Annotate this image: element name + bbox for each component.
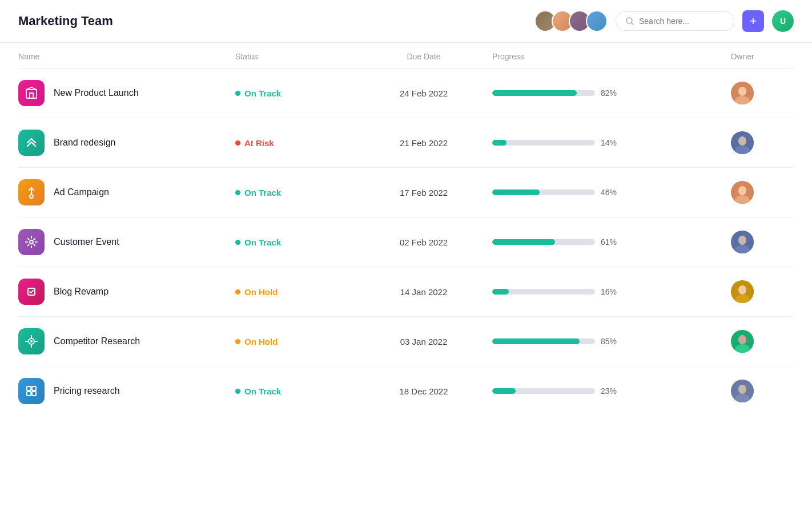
project-icon-inner xyxy=(18,80,45,106)
progress-cell: 23% xyxy=(487,386,691,396)
col-header-duedate: Due Date xyxy=(361,52,487,61)
svg-point-9 xyxy=(739,138,746,144)
project-name-cell: Customer Event xyxy=(18,229,235,255)
table-row[interactable]: Competitor Research On Hold 03 Jan 2022 … xyxy=(18,317,794,366)
team-avatar-4[interactable] xyxy=(586,10,608,32)
svg-point-5 xyxy=(739,88,746,95)
status-dot xyxy=(235,389,240,394)
owner-avatar[interactable] xyxy=(731,380,754,402)
table-row[interactable]: Pricing research On Track 18 Dec 2022 23… xyxy=(18,366,794,416)
status-cell: On Track xyxy=(235,386,361,396)
progress-percent: 16% xyxy=(601,287,621,296)
owner-cell xyxy=(691,380,794,402)
project-icon-inner xyxy=(18,229,45,255)
progress-bar-fill xyxy=(492,289,509,295)
status-label: On Hold xyxy=(244,337,278,346)
projects-table: Name Status Due Date Progress Owner New … xyxy=(0,43,812,416)
progress-cell: 61% xyxy=(487,237,691,247)
status-dot xyxy=(235,190,240,195)
owner-avatar[interactable] xyxy=(731,82,754,104)
progress-bar-fill xyxy=(492,190,540,195)
owner-avatar[interactable] xyxy=(731,181,754,204)
progress-percent: 85% xyxy=(601,337,621,346)
search-box xyxy=(616,11,734,31)
status-cell: On Track xyxy=(235,88,361,98)
duedate-cell: 18 Dec 2022 xyxy=(361,386,487,396)
table-body: New Product Launch On Track 24 Feb 2022 … xyxy=(18,68,794,416)
svg-point-20 xyxy=(739,237,746,244)
search-input[interactable] xyxy=(639,17,725,26)
project-icon-inner xyxy=(18,179,45,205)
progress-bar-bg xyxy=(492,140,595,146)
header-right: + U xyxy=(534,10,794,32)
duedate-cell: 17 Feb 2022 xyxy=(361,188,487,197)
status-dot xyxy=(235,289,240,295)
owner-avatar[interactable] xyxy=(731,280,754,303)
svg-rect-33 xyxy=(32,386,36,390)
progress-bar-fill xyxy=(492,140,507,146)
add-button[interactable]: + xyxy=(742,10,764,32)
status-cell: On Track xyxy=(235,188,361,197)
page-title: Marketing Team xyxy=(18,14,113,29)
project-icon xyxy=(18,378,45,404)
status-cell: On Hold xyxy=(235,287,361,297)
owner-cell xyxy=(691,330,794,353)
owner-avatar[interactable] xyxy=(731,231,754,253)
svg-point-15 xyxy=(739,187,746,194)
table-row[interactable]: Ad Campaign On Track 17 Feb 2022 46% xyxy=(18,168,794,217)
col-header-owner: Owner xyxy=(691,52,794,61)
progress-bar-fill xyxy=(492,239,555,245)
app-header: Marketing Team + U xyxy=(0,0,812,43)
progress-bar-bg xyxy=(492,190,595,195)
svg-rect-34 xyxy=(27,392,31,396)
svg-point-27 xyxy=(30,340,33,342)
status-cell: At Risk xyxy=(235,138,361,148)
svg-point-11 xyxy=(31,192,33,194)
user-avatar[interactable]: U xyxy=(772,10,794,32)
owner-avatar[interactable] xyxy=(731,131,754,154)
progress-cell: 46% xyxy=(487,188,691,197)
status-label: On Track xyxy=(244,88,281,98)
status-label: On Track xyxy=(244,386,281,396)
owner-cell xyxy=(691,131,794,154)
status-cell: On Track xyxy=(235,237,361,247)
project-icon xyxy=(18,279,45,305)
status-label: On Hold xyxy=(244,287,278,297)
status-label: At Risk xyxy=(244,138,274,148)
progress-percent: 23% xyxy=(601,386,621,396)
progress-bar-bg xyxy=(492,388,595,394)
project-name: Brand redesign xyxy=(54,138,116,148)
status-dot xyxy=(235,140,240,146)
progress-percent: 82% xyxy=(601,88,621,98)
svg-line-1 xyxy=(632,23,633,25)
progress-percent: 61% xyxy=(601,237,621,247)
svg-rect-35 xyxy=(32,392,36,396)
table-row[interactable]: Brand redesign At Risk 21 Feb 2022 14% xyxy=(18,118,794,168)
table-row[interactable]: New Product Launch On Track 24 Feb 2022 … xyxy=(18,68,794,118)
table-row[interactable]: Blog Revamp On Hold 14 Jan 2022 16% xyxy=(18,267,794,317)
project-name: Ad Campaign xyxy=(54,187,109,197)
status-dot xyxy=(235,240,240,245)
table-row[interactable]: Customer Event On Track 02 Feb 2022 61% xyxy=(18,217,794,267)
progress-percent: 46% xyxy=(601,188,621,197)
progress-cell: 16% xyxy=(487,287,691,296)
project-name: Pricing research xyxy=(54,386,120,396)
svg-point-25 xyxy=(739,287,746,293)
owner-cell xyxy=(691,280,794,303)
col-header-progress: Progress xyxy=(487,52,691,61)
col-header-status: Status xyxy=(235,52,361,61)
progress-percent: 14% xyxy=(601,138,621,147)
progress-bar-bg xyxy=(492,338,595,344)
progress-bar-fill xyxy=(492,388,516,394)
project-icon-inner xyxy=(18,279,45,305)
progress-bar-bg xyxy=(492,239,595,245)
status-dot xyxy=(235,339,240,344)
project-name-cell: Blog Revamp xyxy=(18,279,235,305)
project-icon xyxy=(18,229,45,255)
project-icon xyxy=(18,130,45,156)
project-name-cell: Pricing research xyxy=(18,378,235,404)
status-label: On Track xyxy=(244,188,281,197)
duedate-cell: 03 Jan 2022 xyxy=(361,337,487,346)
owner-avatar[interactable] xyxy=(731,330,754,353)
project-icon-inner xyxy=(18,378,45,404)
